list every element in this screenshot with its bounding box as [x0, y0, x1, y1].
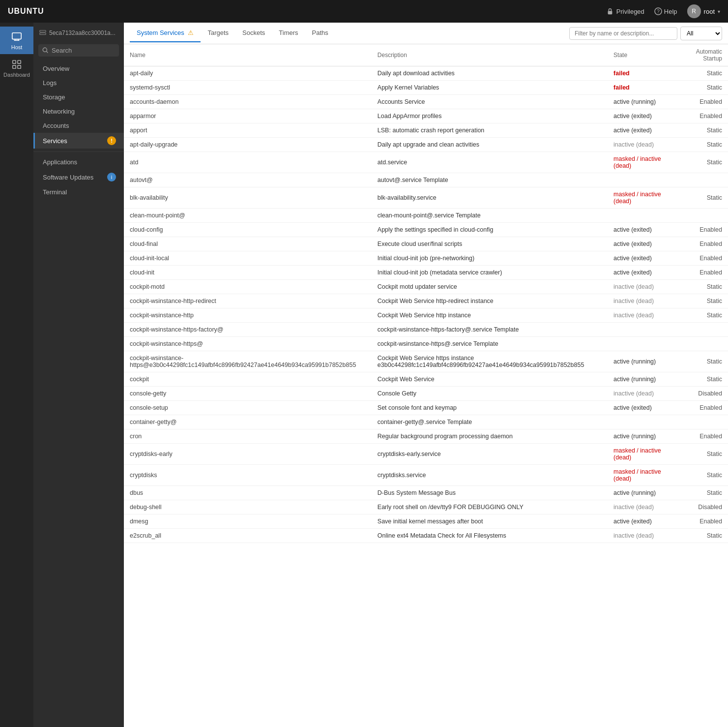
tab-timers[interactable]: Timers — [272, 24, 305, 42]
dashboard-label: Dashboard — [3, 72, 30, 78]
table-row[interactable]: clean-mount-point@ clean-mount-point@.se… — [124, 209, 728, 223]
sidebar-item-logs[interactable]: Logs — [33, 76, 124, 90]
table-row[interactable]: cockpit-wsinstance-https@e3b0c44298fc1c1… — [124, 351, 728, 372]
sidebar-item-networking[interactable]: Networking — [33, 104, 124, 119]
table-row[interactable]: console-setup Set console font and keyma… — [124, 401, 728, 415]
cell-description: Daily apt upgrade and clean activities — [372, 138, 608, 152]
nav-sidebar: 5eca7132aa8cc30001a... Search Overview L… — [33, 23, 124, 727]
table-row[interactable]: cryptdisks-early cryptdisks-early.servic… — [124, 444, 728, 465]
tab-paths[interactable]: Paths — [305, 24, 335, 42]
tab-targets[interactable]: Targets — [201, 24, 235, 42]
cell-description: Cockpit Web Service https instance e3b0c… — [372, 351, 608, 372]
cell-state: inactive (dead) — [608, 138, 686, 152]
cell-description: Cockpit Web Service http-redirect instan… — [372, 294, 608, 308]
filter-select[interactable]: All Enabled Disabled Static Running Fail… — [680, 27, 722, 40]
cell-state — [608, 173, 686, 187]
cell-state: active (running) — [608, 372, 686, 387]
cell-name: cockpit — [124, 372, 372, 387]
table-row[interactable]: cockpit-wsinstance-http-redirect Cockpit… — [124, 294, 728, 308]
help-button[interactable]: ? Help — [654, 7, 677, 15]
sidebar-item-dashboard[interactable]: Dashboard — [0, 54, 33, 82]
svg-line-13 — [47, 52, 48, 53]
user-menu-button[interactable]: R root ▾ — [687, 4, 720, 18]
table-row[interactable]: apt-daily Daily apt download activities … — [124, 66, 728, 81]
cell-startup: Enabled — [686, 515, 728, 529]
sidebar-item-accounts[interactable]: Accounts — [33, 119, 124, 133]
table-row[interactable]: container-getty@ container-getty@.servic… — [124, 415, 728, 429]
cell-state: failed — [608, 81, 686, 95]
table-row[interactable]: cockpit-wsinstance-https-factory@ cockpi… — [124, 323, 728, 337]
sidebar-item-services[interactable]: Services ! — [33, 133, 124, 149]
table-row[interactable]: atd atd.service masked / inactive (dead)… — [124, 152, 728, 173]
cell-state: active (exited) — [608, 515, 686, 529]
cell-name: apport — [124, 123, 372, 138]
help-label: Help — [664, 8, 677, 15]
cell-name: cockpit-motd — [124, 280, 372, 294]
cell-name: systemd-sysctl — [124, 81, 372, 95]
table-row[interactable]: autovt@ autovt@.service Template — [124, 173, 728, 187]
table-row[interactable]: cockpit-motd Cockpit motd updater servic… — [124, 280, 728, 294]
svg-rect-11 — [40, 33, 46, 35]
cell-name: cockpit-wsinstance-https-factory@ — [124, 323, 372, 337]
table-row[interactable]: apport LSB: automatic crash report gener… — [124, 123, 728, 138]
table-row[interactable]: cryptdisks cryptdisks.service masked / i… — [124, 465, 728, 486]
table-row[interactable]: accounts-daemon Accounts Service active … — [124, 95, 728, 109]
software-updates-info-badge: i — [107, 173, 116, 182]
table-row[interactable]: cloud-init-local Initial cloud-init job … — [124, 251, 728, 266]
dashboard-icon — [11, 59, 22, 70]
table-row[interactable]: cloud-final Execute cloud user/final scr… — [124, 237, 728, 251]
table-row[interactable]: systemd-sysctl Apply Kernel Variables fa… — [124, 81, 728, 95]
table-row[interactable]: console-getty Console Getty inactive (de… — [124, 387, 728, 401]
table-row[interactable]: cron Regular background program processi… — [124, 429, 728, 444]
cell-state: active (running) — [608, 95, 686, 109]
table-row[interactable]: dbus D-Bus System Message Bus active (ru… — [124, 486, 728, 500]
tab-system-services[interactable]: System Services ⚠ — [130, 24, 201, 42]
host-icon — [11, 31, 22, 42]
sidebar-item-host[interactable]: Host — [0, 27, 33, 54]
sidebar-item-overview[interactable]: Overview — [33, 61, 124, 76]
table-row[interactable]: blk-availability blk-availability.servic… — [124, 187, 728, 209]
table-row[interactable]: debug-shell Early root shell on /dev/tty… — [124, 500, 728, 515]
sidebar-item-terminal[interactable]: Terminal — [33, 185, 124, 199]
sidebar-item-storage[interactable]: Storage — [33, 90, 124, 104]
cell-startup — [686, 323, 728, 337]
cell-state: active (running) — [608, 429, 686, 444]
table-row[interactable]: cockpit-wsinstance-https@ cockpit-wsinst… — [124, 337, 728, 351]
cell-description: Cockpit Web Service http instance — [372, 308, 608, 323]
svg-point-12 — [43, 48, 47, 52]
nav-search-box[interactable]: Search — [38, 44, 119, 57]
filter-input[interactable] — [569, 27, 677, 40]
table-row[interactable]: e2scrub_all Online ext4 Metadata Check f… — [124, 529, 728, 543]
user-label: root — [704, 8, 715, 15]
table-row[interactable]: dmesg Save initial kernel messages after… — [124, 515, 728, 529]
table-row[interactable]: cloud-init Initial cloud-init job (metad… — [124, 266, 728, 280]
sidebar-item-applications[interactable]: Applications — [33, 155, 124, 169]
cell-state: active (exited) — [608, 401, 686, 415]
cell-description: atd.service — [372, 152, 608, 173]
cell-startup: Static — [686, 81, 728, 95]
cell-description: Early root shell on /dev/tty9 FOR DEBUGG… — [372, 500, 608, 515]
cell-name: e2scrub_all — [124, 529, 372, 543]
svg-rect-3 — [12, 33, 21, 39]
table-row[interactable]: cockpit-wsinstance-http Cockpit Web Serv… — [124, 308, 728, 323]
cell-startup: Enabled — [686, 223, 728, 237]
table-row[interactable]: cockpit Cockpit Web Service active (runn… — [124, 372, 728, 387]
server-breadcrumb: 5eca7132aa8cc30001a... — [33, 27, 124, 41]
cell-name: cloud-init-local — [124, 251, 372, 266]
cell-state — [608, 337, 686, 351]
table-row[interactable]: cloud-config Apply the settings specifie… — [124, 223, 728, 237]
cell-startup: Enabled — [686, 401, 728, 415]
table-row[interactable]: apt-daily-upgrade Daily apt upgrade and … — [124, 138, 728, 152]
cell-state: inactive (dead) — [608, 387, 686, 401]
table-row[interactable]: apparmor Load AppArmor profiles active (… — [124, 109, 728, 123]
cell-description: Cockpit motd updater service — [372, 280, 608, 294]
cell-name: dmesg — [124, 515, 372, 529]
sidebar-item-software-updates[interactable]: Software Updates i — [33, 169, 124, 185]
cell-description: Load AppArmor profiles — [372, 109, 608, 123]
cell-name: atd — [124, 152, 372, 173]
cell-startup — [686, 173, 728, 187]
cell-description: Online ext4 Metadata Check for All Files… — [372, 529, 608, 543]
privileged-label: Privileged — [616, 8, 644, 15]
tab-sockets[interactable]: Sockets — [235, 24, 272, 42]
cell-description: Save initial kernel messages after boot — [372, 515, 608, 529]
